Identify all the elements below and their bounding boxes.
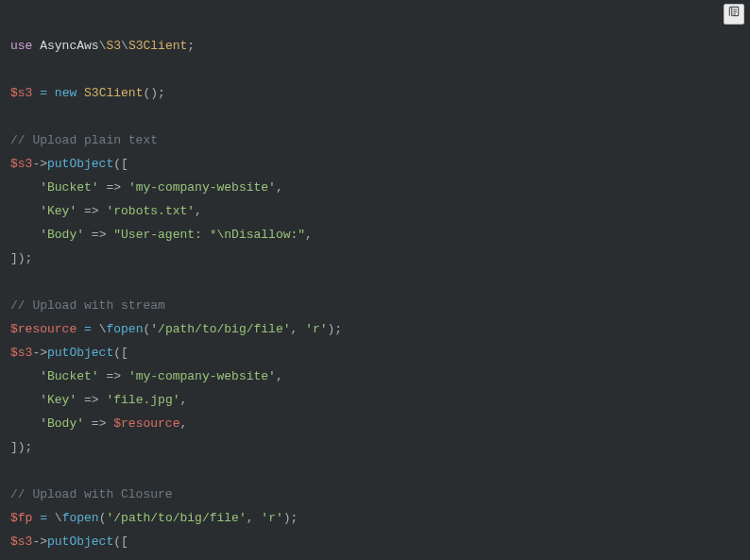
keyword-new: new — [55, 86, 77, 100]
method-call: putObject — [47, 157, 113, 171]
variable: $resource — [113, 416, 179, 431]
class-name: S3Client — [84, 86, 143, 100]
string-literal: 'file.jpg' — [106, 393, 179, 407]
function-call: fopen — [106, 322, 143, 336]
keyword-use: use — [10, 39, 32, 53]
copy-button[interactable] — [724, 4, 744, 25]
comment: // Upload plain text — [10, 133, 158, 147]
code-line: ]); — [10, 251, 32, 265]
variable: $s3 — [10, 535, 32, 549]
namespace: AsyncAws — [40, 39, 98, 53]
code-line: 'Key' => 'file.jpg', — [10, 393, 187, 407]
code-line: $resource = \fopen('/path/to/big/file', … — [10, 322, 342, 336]
variable: $fp — [10, 511, 32, 525]
variable: $s3 — [10, 346, 32, 360]
function-call: fopen — [62, 511, 99, 525]
method-call: putObject — [47, 535, 113, 549]
clipboard-icon — [727, 3, 741, 26]
string-literal: 'robots.txt' — [106, 204, 195, 218]
string-literal: 'r' — [305, 322, 327, 336]
code-line: $s3 = new S3Client(); — [10, 86, 165, 100]
string-literal: '/path/to/big/file' — [106, 511, 246, 525]
class-name: S3Client — [128, 39, 187, 53]
variable: $s3 — [10, 157, 32, 171]
code-line: 'Body' => "User-agent: *\nDisallow:", — [10, 228, 313, 242]
code-block: use AsyncAws\S3\S3Client; $s3 = new S3Cl… — [0, 0, 750, 560]
code-line: 'Bucket' => 'my-company-website', — [10, 180, 283, 195]
code-line: $s3->putObject([ — [10, 346, 128, 360]
string-literal: 'r' — [261, 511, 282, 525]
namespace: S3 — [106, 39, 121, 53]
code-line: $s3->putObject([ — [10, 535, 128, 549]
code-line: 'Body' => $resource, — [10, 416, 187, 431]
string-literal: "User-agent: *\nDisallow:" — [113, 228, 305, 242]
code-line: $fp = \fopen('/path/to/big/file', 'r'); — [10, 511, 298, 525]
string-literal: 'my-company-website' — [128, 180, 276, 195]
code-line: $s3->putObject([ — [10, 157, 128, 171]
variable: $s3 — [10, 86, 32, 100]
variable: $resource — [10, 322, 77, 336]
code-line: 'Bucket' => 'my-company-website', — [10, 369, 283, 383]
code-line: ]); — [10, 440, 32, 454]
code-line: use AsyncAws\S3\S3Client; — [10, 39, 195, 53]
string-literal: 'my-company-website' — [128, 369, 276, 383]
string-literal: '/path/to/big/file' — [150, 322, 290, 336]
method-call: putObject — [47, 346, 113, 360]
code-line: 'Key' => 'robots.txt', — [10, 204, 202, 218]
comment: // Upload with stream — [10, 298, 165, 313]
comment: // Upload with Closure — [10, 487, 173, 501]
